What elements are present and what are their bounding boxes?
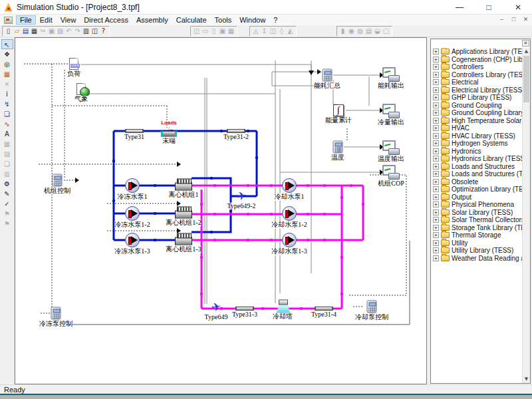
assembly-tree-icon[interactable]: ◬ (251, 27, 260, 36)
component-pipe-type31-4[interactable]: Type31-4 (315, 307, 333, 311)
expand-icon[interactable]: + (433, 102, 439, 108)
link-tool-icon[interactable]: ↯ (1, 99, 13, 109)
scroll-down-icon[interactable]: ▼ (523, 376, 530, 383)
menu-edit[interactable]: Edit (36, 15, 57, 25)
list-file-icon[interactable]: ◍ (356, 27, 364, 36)
select-tool-icon[interactable]: ↖ (1, 39, 13, 49)
expand-icon[interactable]: + (433, 255, 439, 261)
text-tool-icon[interactable]: A (1, 129, 13, 139)
menu-window[interactable]: Window (235, 15, 269, 25)
menu-?[interactable]: ? (269, 15, 281, 25)
window-cascade-icon[interactable]: ◫ (192, 27, 201, 36)
report-icon[interactable]: ▤ (364, 27, 373, 36)
undo-icon[interactable]: ↶ (65, 27, 73, 36)
child-restore-icon[interactable]: □ (510, 16, 517, 23)
component-unit-control[interactable]: 机组控制 (53, 174, 63, 187)
menu-view[interactable]: View (57, 15, 80, 25)
component-chw-pump-control[interactable]: 冷冻泵控制 (51, 307, 61, 320)
component-pipe-type31-2[interactable]: Type31-2 (227, 129, 245, 133)
component-temperature-calc[interactable]: 温度 (333, 141, 343, 154)
zoom-tool-icon[interactable]: ◎ (1, 59, 13, 69)
expand-icon[interactable]: + (433, 110, 439, 116)
expand-icon[interactable]: + (433, 57, 439, 63)
component-load-reader[interactable]: USER负荷 (69, 58, 78, 70)
component-diverter-type649[interactable]: ✈Type649 (211, 302, 221, 313)
component-chiller-1-3[interactable]: 离心机组1-3 (175, 233, 192, 245)
save-all-icon[interactable]: ▦ (30, 27, 39, 36)
expand-icon[interactable]: + (433, 164, 439, 170)
open-file-icon[interactable]: ▱ (13, 27, 21, 36)
parameter-table-icon[interactable]: ◫ (269, 27, 277, 36)
component-pipe-type31-3[interactable]: Type31-3 (235, 307, 254, 311)
expand-icon[interactable]: + (433, 94, 439, 100)
expand-icon[interactable]: + (433, 171, 439, 177)
menu-direct-access[interactable]: Direct Access (80, 15, 132, 25)
project-canvas[interactable]: USER负荷气象Type31末端Type31-2机组控制冷冻水泵1冷冻水泵1-2… (15, 37, 427, 384)
menu-file[interactable]: File (16, 15, 36, 25)
flag-b-icon[interactable]: ⚑ (1, 219, 13, 229)
expand-icon[interactable]: + (433, 133, 439, 139)
new-file-icon[interactable]: ▯ (4, 27, 13, 36)
component-chw-pump-1-3[interactable]: 冷冻水泵1-3 (125, 233, 140, 247)
save-icon[interactable]: ▤ (21, 27, 30, 36)
component-cooling-tower[interactable]: 冷却塔 (277, 300, 289, 313)
expand-icon[interactable]: + (433, 148, 439, 154)
layers-tool-icon[interactable]: ❏ (1, 159, 13, 169)
component-weather-reader[interactable]: 气象 (76, 83, 86, 95)
component-chw-pump-1[interactable]: 冷冻水泵1 (125, 178, 140, 193)
redo-icon[interactable]: ↷ (73, 27, 82, 36)
signal-tool-icon[interactable]: ∿ (1, 119, 13, 129)
expand-icon[interactable]: + (433, 232, 439, 238)
maximize-icon[interactable]: □ (484, 3, 493, 12)
expand-icon[interactable]: + (433, 64, 439, 70)
expand-icon[interactable]: + (433, 72, 439, 78)
child-minimize-icon[interactable]: – (498, 16, 505, 23)
tree-scrollbar[interactable]: ▲ ▼ (522, 48, 530, 383)
expand-icon[interactable]: + (433, 125, 439, 131)
window-tile-vertical-icon[interactable]: ▯ (209, 27, 218, 36)
expand-icon[interactable]: + (433, 240, 439, 246)
check-assembly-icon[interactable]: ◊ (277, 27, 286, 36)
component-cw-pump-control[interactable]: 冷却泵控制 (367, 301, 377, 313)
document-system-icon[interactable] (4, 17, 13, 24)
expand-icon[interactable]: + (433, 186, 439, 192)
palette-tool-icon[interactable]: ▦ (1, 69, 13, 79)
expand-icon[interactable]: + (433, 225, 439, 231)
expand-icon[interactable]: + (433, 247, 439, 253)
menu-assembly[interactable]: Assembly (132, 15, 172, 25)
expand-icon[interactable]: + (433, 79, 439, 85)
panel-close-icon[interactable]: ✕ (522, 40, 529, 47)
flag-a-icon[interactable]: ⚑ (1, 209, 13, 219)
trace-icon[interactable]: ◭ (286, 27, 295, 36)
window-arrange-icon[interactable]: ▣ (218, 27, 227, 36)
scrollbar-thumb[interactable] (523, 56, 529, 102)
window-split-icon[interactable]: ▦ (227, 27, 235, 36)
print-icon[interactable]: ▥ (82, 27, 90, 36)
minimize-icon[interactable]: — (455, 3, 464, 12)
component-energy-summary[interactable]: 能耗汇总 (323, 69, 332, 82)
print-region-icon[interactable]: ▥ (1, 169, 13, 179)
component-energy-integrator[interactable]: ∫能量累计 (333, 104, 344, 116)
delete-tool-icon[interactable]: ✕ (1, 79, 13, 89)
component-cw-pump-1-2[interactable]: 冷却水泵1-2 (282, 206, 297, 221)
expand-icon[interactable]: + (433, 201, 439, 207)
sort-order-icon[interactable]: ↧ (260, 27, 269, 36)
copy-icon[interactable]: ▣ (47, 27, 56, 36)
menu-tools[interactable]: Tools (211, 15, 236, 25)
stamp-tool-icon[interactable]: ❏ (1, 109, 13, 119)
component-chiller-1-2[interactable]: 离心机组1-2 (175, 206, 192, 219)
simulate-icon[interactable]: ▮ (338, 27, 347, 36)
pen-tool-icon[interactable]: ✎ (1, 189, 13, 199)
component-cooling-output[interactable]: 冷量输出 (382, 104, 400, 118)
online-plotter-icon[interactable]: ◉ (347, 27, 356, 36)
expand-icon[interactable]: + (433, 118, 439, 124)
child-close-icon[interactable]: ✕ (522, 16, 529, 23)
info-tool-icon[interactable]: i (1, 89, 13, 99)
component-cw-pump-1[interactable]: 冷却水泵1 (282, 178, 297, 193)
align-grid-a-icon[interactable]: ▦ (1, 139, 13, 149)
component-cw-pump-1-3[interactable]: 冷却水泵1-3 (282, 233, 297, 247)
expand-icon[interactable]: + (433, 194, 439, 200)
component-diverter-type649-2[interactable]: ✈Type649-2 (237, 191, 246, 202)
scroll-up-icon[interactable]: ▲ (523, 48, 530, 55)
expand-icon[interactable]: + (433, 217, 439, 223)
